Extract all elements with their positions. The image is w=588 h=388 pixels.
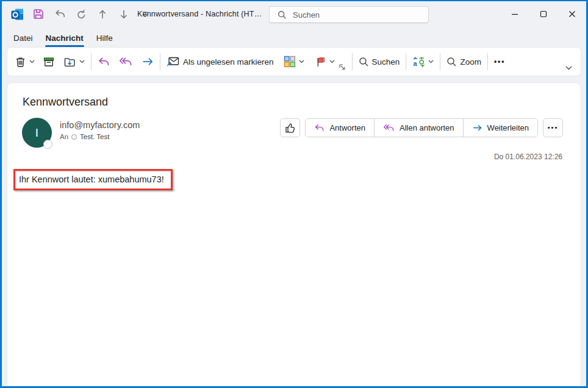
delete-button[interactable] xyxy=(15,56,35,68)
move-dropdown-chevron-icon[interactable] xyxy=(79,60,85,63)
forward-button-header[interactable]: Weiterleiten xyxy=(463,119,537,137)
menu-item-hilfe[interactable]: Hilfe xyxy=(96,32,113,44)
recipient-presence-icon xyxy=(71,134,77,140)
search-icon xyxy=(359,57,369,67)
minimize-button[interactable] xyxy=(500,1,529,27)
reply-button-header[interactable]: Antworten xyxy=(306,119,374,137)
like-button[interactable] xyxy=(280,118,300,137)
message-pane: Kennwortversand I info@myfactory.com An … xyxy=(7,83,581,386)
collapse-ribbon-chevron-icon[interactable] xyxy=(565,62,572,73)
zoom-button[interactable]: Zoom xyxy=(446,57,481,67)
archive-icon xyxy=(43,56,55,68)
archive-button[interactable] xyxy=(43,56,55,68)
password-annotation-box: Ihr Kennwort lautet: xumebahumu73! xyxy=(13,169,173,190)
more-commands-dots: ••• xyxy=(494,58,506,65)
move-to-folder-button[interactable] xyxy=(63,56,85,68)
unread-envelope-icon xyxy=(167,56,180,68)
reply-icon xyxy=(98,56,110,67)
more-commands-button[interactable]: ••• xyxy=(494,58,506,65)
menu-item-datei[interactable]: Datei xyxy=(13,32,34,44)
more-actions-button[interactable]: ••• xyxy=(543,118,563,137)
redo-icon[interactable] xyxy=(74,7,88,21)
outlook-app-icon xyxy=(10,7,24,21)
sender-block: info@myfactory.com An Test. Test xyxy=(60,118,140,140)
reply-all-icon xyxy=(119,56,132,67)
flag-dropdown-chevron-icon[interactable] xyxy=(329,60,335,63)
window-title: Kennwortversand - Nachricht (HT… xyxy=(137,1,262,27)
forward-button[interactable] xyxy=(142,56,154,67)
avatar-initial: I xyxy=(35,126,38,140)
categorize-button[interactable] xyxy=(284,56,304,68)
presence-indicator-icon xyxy=(43,140,52,149)
tags-dialog-launcher-icon[interactable] xyxy=(339,62,346,73)
titlebar-search-input[interactable]: Suchen xyxy=(269,6,429,23)
reply-all-label: Allen antworten xyxy=(400,123,454,132)
delete-dropdown-chevron-icon[interactable] xyxy=(29,60,35,63)
outlook-message-window: Kennwortversand - Nachricht (HT… Suchen xyxy=(0,0,588,388)
recipient-name[interactable]: Test. Test xyxy=(80,133,109,140)
reply-button-group: Antworten Allen antworten Weiterlei xyxy=(305,118,538,137)
translate-dropdown-chevron-icon[interactable] xyxy=(428,60,434,63)
ribbon-separator xyxy=(160,53,160,70)
reply-button[interactable] xyxy=(98,56,110,67)
translate-icon: a xyxy=(412,56,425,68)
menu-bar: Datei Nachricht Hilfe xyxy=(2,27,586,47)
maximize-button[interactable] xyxy=(529,1,558,27)
message-actions: Antworten Allen antworten Weiterlei xyxy=(280,118,563,137)
save-icon[interactable] xyxy=(32,7,45,21)
search-icon xyxy=(278,10,287,20)
follow-up-flag-button[interactable] xyxy=(315,56,335,68)
close-button[interactable] xyxy=(558,1,586,27)
quick-access-toolbar xyxy=(10,1,152,27)
ribbon-separator xyxy=(440,53,440,70)
reply-label: Antworten xyxy=(329,123,365,132)
to-label: An xyxy=(60,133,68,140)
message-subject: Kennwortversand xyxy=(23,96,581,109)
next-item-icon[interactable] xyxy=(117,7,131,21)
categorize-icon xyxy=(284,56,296,68)
reply-all-button-header[interactable]: Allen antworten xyxy=(374,119,463,137)
undo-icon[interactable] xyxy=(53,7,66,21)
window-controls xyxy=(500,1,586,27)
password-text: Ihr Kennwort lautet: xumebahumu73! xyxy=(19,174,164,184)
ribbon-separator xyxy=(487,53,488,70)
recipient-line: An Test. Test xyxy=(60,133,140,140)
categorize-dropdown-chevron-icon[interactable] xyxy=(299,60,304,63)
ribbon-separator xyxy=(91,53,91,70)
zoom-label: Zoom xyxy=(460,57,481,66)
ribbon-separator xyxy=(352,53,353,70)
translate-button[interactable]: a xyxy=(412,56,434,68)
forward-icon xyxy=(142,56,154,67)
search-placeholder: Suchen xyxy=(293,10,320,20)
menu-item-nachricht[interactable]: Nachricht xyxy=(45,32,84,44)
ribbon-search-button[interactable]: Suchen xyxy=(359,57,400,67)
mark-unread-label: Als ungelesen markieren xyxy=(183,57,274,66)
trash-icon xyxy=(15,56,26,68)
forward-label: Weiterleiten xyxy=(487,123,529,132)
move-folder-icon xyxy=(63,56,76,68)
previous-item-icon[interactable] xyxy=(96,7,109,21)
ribbon-separator xyxy=(406,53,406,70)
svg-text:a: a xyxy=(414,60,418,67)
message-body: Ihr Kennwort lautet: xumebahumu73! xyxy=(13,169,581,190)
message-header: I info@myfactory.com An Test. Test xyxy=(22,118,563,148)
ribbon-search-label: Suchen xyxy=(372,57,400,66)
title-bar: Kennwortversand - Nachricht (HT… Suchen xyxy=(2,1,586,27)
sender-email[interactable]: info@myfactory.com xyxy=(60,120,140,130)
zoom-magnifier-icon xyxy=(446,57,457,67)
flag-icon xyxy=(315,56,326,68)
message-timestamp: Do 01.06.2023 12:26 xyxy=(7,153,562,161)
sender-avatar[interactable]: I xyxy=(22,118,52,148)
mark-unread-button[interactable]: Als ungelesen markieren xyxy=(167,56,274,68)
ribbon-toolbar: Als ungelesen markieren xyxy=(7,48,581,76)
reply-all-button[interactable] xyxy=(119,56,132,67)
more-actions-dots: ••• xyxy=(548,124,559,131)
